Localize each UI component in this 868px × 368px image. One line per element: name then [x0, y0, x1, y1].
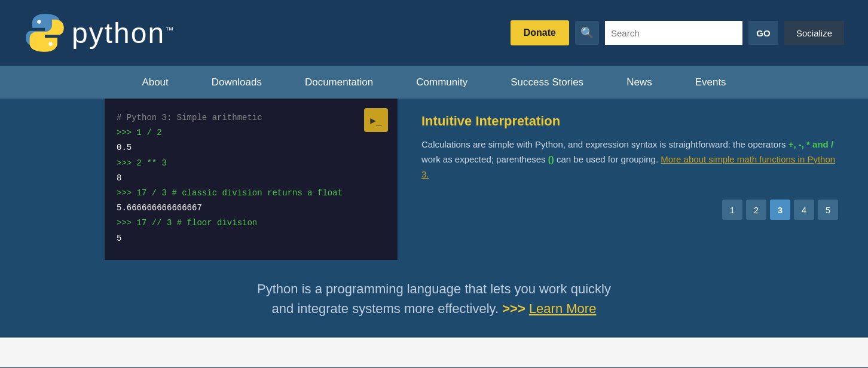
main-content: ▶_ # Python 3: Simple arithmetic >>> 1 /… — [0, 99, 868, 260]
bottom-banner: Python is a programming language that le… — [0, 260, 868, 338]
page-btn-1[interactable]: 1 — [722, 200, 742, 220]
svg-point-0 — [37, 20, 41, 23]
banner-line2: and integrate systems more effectively. … — [12, 299, 856, 318]
page-btn-5[interactable]: 5 — [818, 200, 838, 220]
nav-item-downloads[interactable]: Downloads — [190, 67, 283, 98]
code-line-4: >>> 2 ** 3 — [117, 156, 386, 171]
code-line-9: 5 — [117, 231, 386, 246]
nav-item-events[interactable]: Events — [674, 67, 748, 98]
desc-title: Intuitive Interpretation — [421, 114, 844, 129]
nav-item-documentation[interactable]: Documentation — [283, 67, 395, 98]
code-line-1: # Python 3: Simple arithmetic — [117, 111, 386, 125]
parens-text: () — [548, 154, 554, 164]
search-icon-button[interactable]: 🔍 — [575, 21, 599, 45]
header-right: Donate 🔍 GO Socialize — [511, 20, 844, 45]
page-btn-2[interactable]: 2 — [746, 200, 766, 220]
search-icon: 🔍 — [580, 26, 594, 39]
logo-area: python™ — [24, 12, 175, 54]
nav-item-news[interactable]: News — [605, 67, 674, 98]
logo-text: python™ — [72, 17, 175, 50]
code-line-7: 5.666666666666667 — [117, 201, 386, 216]
code-line-2: >>> 1 / 2 — [117, 125, 386, 140]
pagination: 1 2 3 4 5 — [421, 200, 844, 220]
nav-items: About Downloads Documentation Community … — [24, 67, 844, 98]
desc-text-after: can be used for grouping. — [557, 154, 658, 164]
code-line-5: 8 — [117, 171, 386, 186]
code-line-6: >>> 17 / 3 # classic division returns a … — [117, 186, 386, 201]
terminal-icon: ▶_ — [370, 115, 381, 126]
operators-text: +, -, * and / — [788, 139, 833, 149]
desc-text-mid: work as expected; parentheses — [421, 154, 546, 164]
run-code-button[interactable]: ▶_ — [364, 108, 388, 132]
cards-area — [0, 338, 868, 367]
donate-button[interactable]: Donate — [511, 20, 569, 45]
nav-item-success-stories[interactable]: Success Stories — [489, 67, 605, 98]
nav-item-community[interactable]: Community — [395, 67, 489, 98]
code-line-8: >>> 17 // 3 # floor division — [117, 216, 386, 231]
desc-text-intro: Calculations are simple with Python, and… — [421, 139, 786, 149]
main-nav: About Downloads Documentation Community … — [0, 66, 868, 99]
banner-text2: and integrate systems more effectively. — [272, 301, 499, 316]
code-panel: ▶_ # Python 3: Simple arithmetic >>> 1 /… — [105, 99, 398, 260]
go-button[interactable]: GO — [748, 21, 778, 45]
nav-item-about[interactable]: About — [120, 67, 190, 98]
page-btn-4[interactable]: 4 — [794, 200, 814, 220]
code-content: # Python 3: Simple arithmetic >>> 1 / 2 … — [117, 111, 386, 246]
banner-line1: Python is a programming language that le… — [12, 279, 856, 299]
socialize-button[interactable]: Socialize — [784, 21, 844, 45]
description-panel: Intuitive Interpretation Calculations ar… — [398, 99, 868, 260]
python-logo-icon — [24, 12, 66, 54]
code-line-3: 0.5 — [117, 140, 386, 155]
header: python™ Donate 🔍 GO Socialize — [0, 0, 868, 66]
learn-more-link[interactable]: Learn More — [529, 301, 597, 316]
svg-point-1 — [48, 42, 52, 45]
search-input[interactable] — [605, 21, 742, 45]
page-btn-3[interactable]: 3 — [770, 200, 790, 220]
desc-text: Calculations are simple with Python, and… — [421, 137, 844, 182]
